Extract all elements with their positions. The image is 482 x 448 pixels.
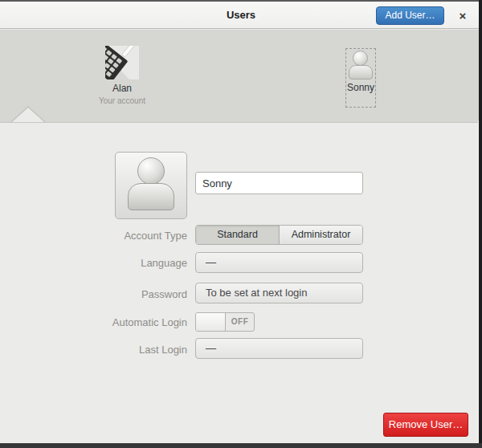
carousel-pointer: [12, 108, 44, 122]
account-type-administrator-button[interactable]: Administrator: [279, 226, 362, 244]
alan-photo: [105, 46, 139, 79]
last-login-label: Last Login: [51, 344, 187, 356]
user-tile-alan[interactable]: Alan Your account: [82, 46, 162, 105]
window-border-bottom: [0, 443, 482, 448]
automatic-login-label: Automatic Login: [51, 316, 187, 328]
add-user-button[interactable]: Add User…: [376, 6, 444, 25]
last-login-button[interactable]: —: [195, 338, 363, 359]
user-name-sonny: Sonny: [346, 82, 375, 93]
window-border-top: [0, 0, 482, 2]
titlebar: Users Add User… ×: [0, 2, 482, 29]
avatar-body: [128, 183, 174, 210]
language-label: Language: [51, 257, 187, 269]
language-button[interactable]: —: [195, 252, 363, 273]
user-tile-sonny-selected[interactable]: Sonny: [345, 48, 376, 108]
keyboard-photo-image: [105, 46, 139, 79]
avatar-head: [353, 51, 368, 66]
user-name-alan: Alan: [82, 83, 162, 94]
remove-user-button[interactable]: Remove User…: [383, 413, 468, 437]
user-carousel: Alan Your account Sonny: [0, 30, 482, 122]
password-label: Password: [51, 288, 187, 300]
person-avatar-icon: [349, 51, 373, 81]
account-type-standard-button[interactable]: Standard: [196, 226, 279, 244]
switch-handle[interactable]: [196, 313, 226, 331]
user-name-input[interactable]: [195, 172, 363, 194]
account-type-segment: Standard Administrator: [195, 225, 363, 245]
avatar-body: [349, 65, 373, 79]
person-avatar-icon-large: [127, 157, 175, 214]
user-avatar-button[interactable]: [115, 152, 187, 219]
password-button[interactable]: To be set at next login: [195, 283, 363, 303]
switch-state-label: OFF: [226, 313, 254, 331]
automatic-login-switch[interactable]: OFF: [195, 312, 255, 332]
close-icon[interactable]: ×: [453, 6, 472, 25]
user-subtitle-alan: Your account: [82, 96, 162, 105]
users-settings-window: Users Add User… ×: [0, 0, 482, 448]
account-type-label: Account Type: [51, 230, 187, 242]
user-details-panel: Account Type Standard Administrator Lang…: [0, 122, 482, 443]
window-border-right: [479, 0, 482, 448]
avatar-head: [137, 157, 165, 185]
